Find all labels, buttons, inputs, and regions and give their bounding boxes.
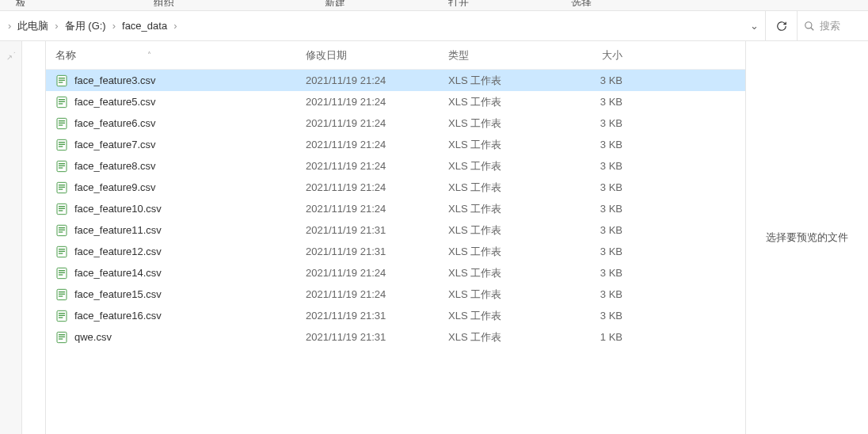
column-header-date[interactable]: 修改日期 xyxy=(299,48,442,63)
ribbon-tab[interactable]: 组织 xyxy=(41,0,287,6)
file-size-cell: 3 KB xyxy=(561,246,632,257)
ribbon-tab[interactable]: 新建 xyxy=(287,0,383,6)
column-header-type[interactable]: 类型 xyxy=(442,48,561,63)
file-name-cell: face_feature9.csv xyxy=(46,181,299,194)
table-row[interactable]: face_feature8.csv2021/11/19 21:24XLS 工作表… xyxy=(46,155,745,177)
file-name: face_feature6.csv xyxy=(74,117,156,129)
main-area: 名称 ˄ 修改日期 类型 大小 face_feature3.csv2021/11… xyxy=(0,41,868,434)
file-type-cell: XLS 工作表 xyxy=(442,330,561,345)
breadcrumb[interactable]: › 此电脑 › 备用 (G:) › face_data › xyxy=(0,11,743,40)
ribbon-tab[interactable]: 打开 xyxy=(383,0,534,6)
file-name-cell: face_feature10.csv xyxy=(46,203,299,215)
file-size-cell: 3 KB xyxy=(561,310,632,322)
table-row[interactable]: face_feature11.csv2021/11/19 21:31XLS 工作… xyxy=(46,219,745,241)
file-name-cell: face_feature16.csv xyxy=(46,310,299,322)
file-type-cell: XLS 工作表 xyxy=(442,138,561,152)
file-size-cell: 1 KB xyxy=(561,331,632,343)
table-row[interactable]: face_feature16.csv2021/11/19 21:31XLS 工作… xyxy=(46,305,745,326)
svg-rect-12 xyxy=(59,122,65,123)
refresh-icon xyxy=(776,21,787,32)
svg-rect-20 xyxy=(59,165,65,166)
ribbon-tab[interactable]: 板 xyxy=(0,0,41,6)
file-type-cell: XLS 工作表 xyxy=(442,95,561,109)
csv-file-icon xyxy=(55,224,68,237)
table-row[interactable]: face_feature6.csv2021/11/19 21:24XLS 工作表… xyxy=(46,112,745,134)
refresh-button[interactable] xyxy=(765,11,797,40)
file-name: face_feature3.csv xyxy=(74,74,156,86)
file-size-cell: 3 KB xyxy=(561,96,632,108)
table-row[interactable]: face_feature15.csv2021/11/19 21:24XLS 工作… xyxy=(46,284,745,305)
svg-rect-17 xyxy=(59,146,63,147)
file-type-cell: XLS 工作表 xyxy=(442,245,561,259)
file-name: face_feature8.csv xyxy=(74,160,156,172)
file-area: 名称 ˄ 修改日期 类型 大小 face_feature3.csv2021/11… xyxy=(46,41,868,434)
search-icon xyxy=(804,21,815,32)
csv-file-icon xyxy=(55,310,68,322)
file-size-cell: 3 KB xyxy=(561,203,632,215)
search-input[interactable]: 搜索 xyxy=(797,11,868,40)
file-name: face_feature16.csv xyxy=(74,310,162,322)
svg-rect-35 xyxy=(59,249,65,249)
csv-file-icon xyxy=(55,203,68,215)
file-type-cell: XLS 工作表 xyxy=(442,116,561,131)
file-date-cell: 2021/11/19 21:24 xyxy=(299,160,442,172)
file-name-cell: face_feature15.csv xyxy=(46,288,299,301)
chevron-right-icon: › xyxy=(172,20,178,32)
file-list: 名称 ˄ 修改日期 类型 大小 face_feature3.csv2021/11… xyxy=(46,41,745,434)
svg-rect-40 xyxy=(59,272,65,272)
svg-rect-28 xyxy=(59,207,65,208)
breadcrumb-item[interactable]: 备用 (G:) xyxy=(60,19,111,33)
file-name-cell: face_feature8.csv xyxy=(46,160,299,173)
file-name: face_feature5.csv xyxy=(74,96,156,108)
dropdown-button[interactable]: ⌄ xyxy=(743,20,765,32)
file-name-cell: qwe.csv xyxy=(46,331,299,344)
svg-rect-48 xyxy=(59,314,65,315)
file-rows: face_feature3.csv2021/11/19 21:24XLS 工作表… xyxy=(46,70,745,348)
address-bar: › 此电脑 › 备用 (G:) › face_data › ⌄ 搜索 xyxy=(0,11,868,41)
file-name: face_feature14.csv xyxy=(74,267,162,279)
file-date-cell: 2021/11/19 21:24 xyxy=(299,74,442,86)
sort-asc-icon: ˄ xyxy=(147,51,151,59)
table-row[interactable]: face_feature5.csv2021/11/19 21:24XLS 工作表… xyxy=(46,91,745,112)
table-row[interactable]: face_feature9.csv2021/11/19 21:24XLS 工作表… xyxy=(46,177,745,198)
nav-tree[interactable] xyxy=(22,41,46,434)
svg-rect-29 xyxy=(59,210,63,211)
file-size-cell: 3 KB xyxy=(561,74,632,86)
svg-rect-23 xyxy=(59,185,65,185)
preview-text: 选择要预览的文件 xyxy=(766,230,848,245)
svg-rect-27 xyxy=(59,206,65,207)
svg-rect-16 xyxy=(59,143,65,144)
pin-icon[interactable] xyxy=(6,49,17,63)
svg-rect-11 xyxy=(59,120,65,121)
file-size-cell: 3 KB xyxy=(561,117,632,129)
csv-file-icon xyxy=(55,246,68,258)
file-date-cell: 2021/11/19 21:24 xyxy=(299,117,442,129)
svg-rect-25 xyxy=(59,188,63,189)
svg-rect-47 xyxy=(59,313,65,314)
column-header-name[interactable]: 名称 ˄ xyxy=(46,48,299,63)
svg-rect-32 xyxy=(59,229,65,230)
table-row[interactable]: face_feature7.csv2021/11/19 21:24XLS 工作表… xyxy=(46,134,745,155)
table-row[interactable]: face_feature12.csv2021/11/19 21:31XLS 工作… xyxy=(46,241,745,262)
file-name-cell: face_feature5.csv xyxy=(46,96,299,108)
svg-rect-21 xyxy=(59,167,63,168)
file-name-cell: face_feature11.csv xyxy=(46,224,299,237)
breadcrumb-item[interactable]: face_data xyxy=(117,20,172,32)
column-header-size[interactable]: 大小 xyxy=(561,48,632,63)
table-row[interactable]: qwe.csv2021/11/19 21:31XLS 工作表1 KB xyxy=(46,326,745,348)
table-row[interactable]: face_feature10.csv2021/11/19 21:24XLS 工作… xyxy=(46,198,745,219)
nav-strip xyxy=(0,41,22,434)
file-date-cell: 2021/11/19 21:24 xyxy=(299,203,442,215)
breadcrumb-item[interactable]: 此电脑 xyxy=(13,19,53,33)
table-row[interactable]: face_feature3.csv2021/11/19 21:24XLS 工作表… xyxy=(46,70,745,91)
svg-rect-5 xyxy=(59,82,63,82)
table-row[interactable]: face_feature14.csv2021/11/19 21:24XLS 工作… xyxy=(46,262,745,284)
file-name-cell: face_feature3.csv xyxy=(46,74,299,87)
file-name: face_feature10.csv xyxy=(74,203,162,215)
ribbon-tab[interactable]: 选择 xyxy=(534,0,629,6)
file-date-cell: 2021/11/19 21:31 xyxy=(299,310,442,322)
file-name: face_feature9.csv xyxy=(74,181,156,193)
file-name-cell: face_feature7.csv xyxy=(46,139,299,151)
svg-rect-8 xyxy=(59,101,65,101)
file-size-cell: 3 KB xyxy=(561,160,632,172)
